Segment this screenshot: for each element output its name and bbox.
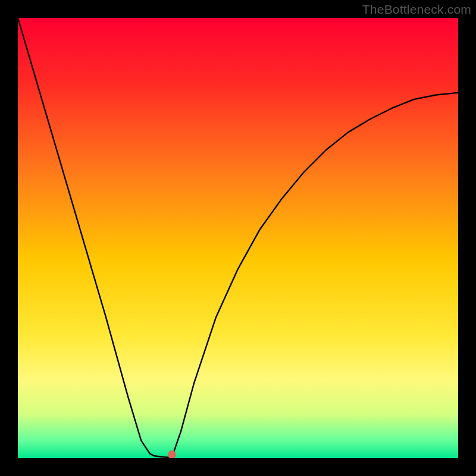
min-marker (168, 450, 176, 458)
chart-frame: TheBottleneck.com (0, 0, 476, 476)
curve-layer (18, 18, 458, 458)
watermark-text: TheBottleneck.com (362, 2, 471, 17)
bottleneck-curve (18, 18, 458, 458)
plot-area (18, 18, 458, 458)
